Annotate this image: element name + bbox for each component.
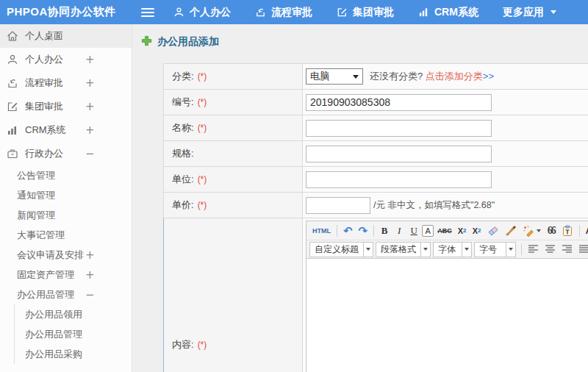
editor-content-area[interactable] — [306, 259, 588, 372]
form-row-spec: 规格: — [164, 141, 588, 167]
sidebar-item-label: 行政办公 — [25, 147, 63, 160]
align-center-button[interactable] — [542, 242, 558, 257]
align-justify-button[interactable] — [576, 242, 588, 257]
highlight-pen-icon[interactable] — [520, 223, 543, 238]
form-row-content: 内容: (*) HTML ↶ ↷ B I U — [163, 218, 588, 372]
spec-input[interactable] — [306, 146, 492, 162]
spec-label: 规格: — [172, 147, 194, 160]
align-left-button[interactable] — [526, 242, 541, 257]
edit-icon — [7, 101, 18, 112]
redo-icon[interactable]: ↷ — [356, 223, 370, 238]
unit-label: 单位: — [172, 173, 194, 186]
subscript-button[interactable]: X2 — [470, 223, 484, 238]
nav-label: 流程审批 — [271, 6, 312, 19]
sidebar-item-label: 个人桌面 — [25, 29, 63, 43]
flow-icon — [255, 7, 266, 18]
sidebar-item-group-approval[interactable]: 集团审批 + — [0, 95, 132, 118]
app-logo: PHPOA协同办公软件 — [0, 5, 132, 19]
flow-icon — [7, 77, 18, 89]
blockquote-button[interactable]: 66 — [545, 223, 558, 238]
sidebar-item-label: 流程审批 — [25, 76, 63, 90]
chart-icon — [418, 7, 429, 18]
font-color-button[interactable]: A — [584, 223, 588, 238]
collapse-icon[interactable]: − — [85, 147, 95, 160]
nav-more-apps[interactable]: 更多应用 — [503, 6, 556, 19]
expand-icon[interactable]: + — [85, 245, 95, 265]
nav-flow-approval[interactable]: 流程审批 — [255, 6, 312, 19]
main-content: 办公用品添加 分类: (*) 电脑 还没有分类? 点击添加分类>> — [132, 24, 588, 372]
chart-icon — [7, 124, 18, 136]
code-input[interactable] — [306, 94, 492, 111]
format-brush-icon[interactable] — [503, 223, 519, 238]
sidebar-item-fixed-assets-mgmt[interactable]: 固定资产管理 + — [0, 265, 132, 285]
nav-group-approval[interactable]: 集团审批 — [337, 6, 394, 19]
price-input[interactable] — [306, 197, 370, 214]
nav-personal-office[interactable]: 个人办公 — [173, 6, 231, 19]
unit-input[interactable] — [306, 171, 492, 188]
sidebar-item-personal-desktop[interactable]: 个人桌面 — [0, 24, 132, 48]
expand-icon[interactable]: + — [85, 76, 95, 90]
undo-icon[interactable]: ↶ — [341, 223, 355, 238]
name-input[interactable] — [306, 120, 492, 137]
sidebar-item-supplies-management[interactable]: 办公用品管理 — [15, 324, 132, 344]
code-label: 编号: — [172, 96, 194, 109]
heading-select[interactable]: 自定义标题 — [309, 242, 373, 257]
supply-add-form: 分类: (*) 电脑 还没有分类? 点击添加分类>> 编号: (*) — [163, 63, 588, 372]
required-mark: (*) — [198, 200, 207, 210]
align-right-button[interactable] — [559, 242, 575, 257]
underline-button[interactable]: U — [407, 223, 420, 238]
font-border-button[interactable]: A — [422, 225, 434, 237]
italic-button[interactable]: I — [392, 223, 406, 238]
topbar: PHPOA协同办公软件 个人办公 流程审批 集团审批 — [0, 0, 588, 24]
sidebar: 个人桌面 个人办公 + 流程审批 + 集团审批 + — [0, 24, 132, 372]
top-navigation: 个人办公 流程审批 集团审批 CRM系统 — [173, 6, 581, 19]
sidebar-item-personal-office[interactable]: 个人办公 + — [0, 48, 132, 71]
sidebar-item-admin-office[interactable]: 行政办公 − — [0, 142, 132, 165]
paste-icon[interactable] — [559, 223, 576, 238]
hamburger-menu-icon[interactable] — [141, 6, 154, 19]
form-row-unit: 单位: (*) — [164, 167, 588, 193]
add-category-link-arrows[interactable]: >> — [483, 71, 494, 82]
sidebar-item-news-mgmt[interactable]: 新闻管理 — [0, 205, 132, 225]
sidebar-item-announcement-mgmt[interactable]: 公告管理 — [0, 165, 132, 185]
font-family-select[interactable]: 字体 — [433, 242, 472, 257]
nav-label: 更多应用 — [503, 6, 544, 19]
add-category-link[interactable]: 点击添加分类 — [426, 71, 483, 82]
expand-icon[interactable]: + — [85, 100, 95, 113]
expand-icon[interactable]: + — [85, 124, 95, 137]
strikethrough-button[interactable]: ABC — [435, 223, 454, 238]
edit-icon — [337, 7, 348, 18]
dropdown-caret-icon — [537, 229, 541, 232]
sidebar-item-flow-approval[interactable]: 流程审批 + — [0, 71, 132, 95]
category-label: 分类: — [172, 70, 194, 83]
form-row-category: 分类: (*) 电脑 还没有分类? 点击添加分类>> — [164, 64, 588, 90]
sidebar-item-label: 集团审批 — [25, 100, 63, 113]
user-icon — [7, 54, 18, 65]
home-icon — [7, 30, 18, 42]
paragraph-format-select[interactable]: 段落格式 — [376, 242, 431, 257]
category-select[interactable]: 电脑 — [306, 68, 363, 85]
eraser-icon[interactable] — [485, 223, 501, 238]
sidebar-item-meeting-mgmt[interactable]: 会议申请及安排 + — [0, 245, 132, 265]
expand-icon[interactable]: + — [85, 53, 95, 66]
form-row-price: 单价: (*) /元 非中文，如填写格式"2.68" — [164, 193, 588, 218]
collapse-icon[interactable]: − — [85, 285, 95, 304]
caret-down-icon — [551, 10, 556, 14]
superscript-button[interactable]: X2 — [456, 223, 469, 238]
html-source-button[interactable]: HTML — [310, 223, 333, 238]
font-size-select[interactable]: 字号 — [474, 242, 516, 257]
rich-text-editor: HTML ↶ ↷ B I U A ABC X2 X2 — [306, 221, 588, 372]
required-mark: (*) — [198, 340, 207, 350]
expand-icon[interactable]: + — [85, 265, 95, 285]
nav-crm-system[interactable]: CRM系统 — [418, 6, 478, 19]
sidebar-item-office-supplies-mgmt[interactable]: 办公用品管理 − — [0, 285, 132, 304]
name-label: 名称: — [172, 121, 194, 135]
sidebar-item-crm[interactable]: CRM系统 + — [0, 118, 132, 142]
nav-label: 个人办公 — [190, 6, 231, 19]
admin-office-submenu: 公告管理 通知管理 新闻管理 大事记管理 会议申请及安排 + 固定资产管理 + … — [0, 165, 132, 364]
sidebar-item-supplies-requisition[interactable]: 办公用品领用 — [15, 304, 132, 324]
sidebar-item-supplies-purchase[interactable]: 办公用品采购 — [15, 344, 132, 364]
bold-button[interactable]: B — [378, 223, 391, 238]
sidebar-item-memorabilia-mgmt[interactable]: 大事记管理 — [0, 225, 132, 245]
sidebar-item-notice-mgmt[interactable]: 通知管理 — [0, 185, 132, 205]
